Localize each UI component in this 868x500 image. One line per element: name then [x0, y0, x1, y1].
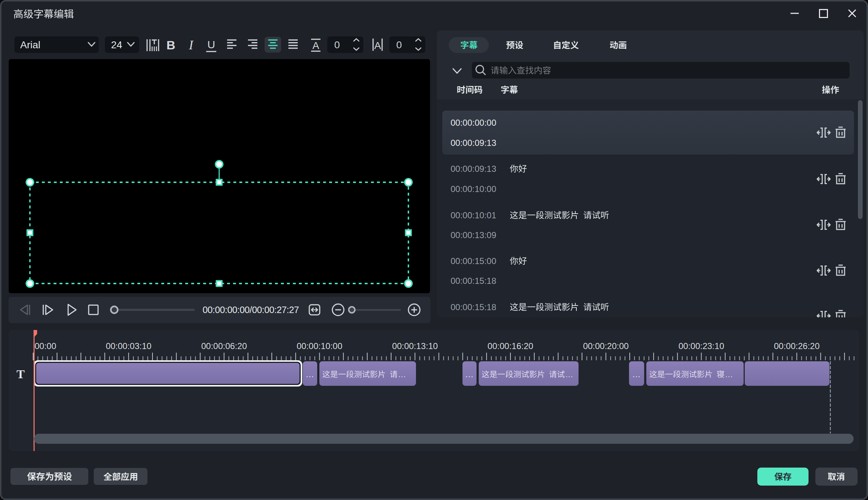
svg-text:00:00: 00:00: [35, 341, 56, 351]
svg-text:T: T: [17, 367, 25, 381]
svg-text:A: A: [374, 40, 381, 51]
svg-text:00:00:20:00: 00:00:20:00: [583, 341, 629, 351]
svg-text:00:00:06:20: 00:00:06:20: [201, 341, 247, 351]
svg-text:0: 0: [334, 39, 340, 50]
svg-text:00:00:10:01: 00:00:10:01: [451, 210, 496, 220]
svg-text:...: ...: [306, 369, 314, 379]
svg-text:24: 24: [111, 39, 122, 50]
svg-text:00:00:00:00/00:00:27:27: 00:00:00:00/00:00:27:27: [203, 305, 299, 315]
svg-text:0: 0: [396, 39, 402, 50]
svg-text:00:00:13:09: 00:00:13:09: [451, 230, 496, 240]
svg-text:...: ...: [725, 370, 733, 379]
svg-text:00:00:16:20: 00:00:16:20: [488, 341, 533, 351]
svg-text:00:00:00:00: 00:00:00:00: [451, 118, 496, 128]
svg-text:00:00:15:00: 00:00:15:00: [451, 256, 496, 266]
svg-text:00:00:03:10: 00:00:03:10: [106, 341, 151, 351]
svg-text:...: ...: [398, 370, 406, 379]
svg-text:00:00:23:10: 00:00:23:10: [678, 341, 724, 351]
svg-text:...: ...: [465, 369, 474, 379]
svg-text:I: I: [189, 38, 194, 52]
svg-text:B: B: [167, 38, 176, 52]
svg-text:...: ...: [566, 370, 573, 379]
svg-text:00:00:13:10: 00:00:13:10: [392, 341, 438, 351]
svg-text:00:00:26:20: 00:00:26:20: [774, 341, 820, 351]
svg-text:00:00:10:00: 00:00:10:00: [451, 184, 496, 194]
svg-text:00:00:10:00: 00:00:10:00: [297, 341, 342, 351]
svg-text:00:00:15:18: 00:00:15:18: [451, 276, 496, 286]
svg-text:00:00:09:13: 00:00:09:13: [451, 164, 496, 174]
svg-text:U: U: [207, 39, 215, 50]
svg-text:Arial: Arial: [20, 39, 40, 50]
svg-text:00:00:15:18: 00:00:15:18: [451, 302, 496, 312]
svg-text:00:00:09:13: 00:00:09:13: [451, 138, 496, 148]
svg-text:A: A: [313, 40, 319, 51]
svg-text:...: ...: [632, 369, 641, 379]
